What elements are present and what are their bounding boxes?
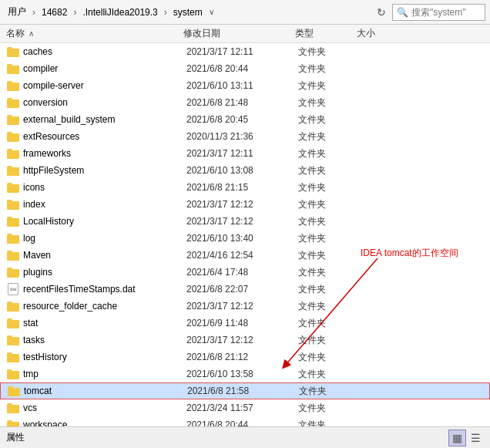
folder-icon bbox=[6, 181, 20, 194]
file-date: 2021/6/9 11:48 bbox=[186, 318, 298, 328]
file-name: recentFilesTimeStamps.dat bbox=[23, 284, 186, 295]
folder-icon bbox=[6, 147, 20, 160]
breadcrumb-system[interactable]: system bbox=[170, 5, 206, 19]
file-date: 2021/3/17 12:11 bbox=[186, 46, 298, 57]
file-date: 2020/11/3 21:36 bbox=[186, 131, 298, 142]
file-date: 2021/6/10 13:11 bbox=[186, 80, 298, 91]
file-type: 文件夹 bbox=[298, 96, 360, 109]
table-row[interactable]: conversion2021/6/8 21:48文件夹 bbox=[0, 94, 490, 111]
folder-icon bbox=[6, 266, 20, 278]
file-date: 2021/3/17 12:11 bbox=[186, 148, 298, 159]
file-date: 2021/6/8 20:45 bbox=[186, 114, 298, 125]
table-row[interactable]: Maven2021/4/16 12:54文件夹 bbox=[0, 247, 490, 264]
folder-icon bbox=[6, 79, 20, 92]
file-name: extResources bbox=[23, 131, 186, 142]
file-date: 2021/6/10 13:58 bbox=[186, 369, 298, 379]
table-row[interactable]: log2021/6/10 13:40文件夹 bbox=[0, 230, 490, 247]
file-type: 文件夹 bbox=[298, 402, 360, 415]
table-row[interactable]: compile-server2021/6/10 13:11文件夹 bbox=[0, 77, 490, 94]
file-date: 2021/6/8 21:12 bbox=[186, 352, 298, 362]
file-name: vcs bbox=[23, 403, 186, 413]
file-type: 文件夹 bbox=[298, 130, 360, 143]
folder-icon bbox=[6, 215, 20, 227]
file-date: 2021/6/8 21:58 bbox=[187, 386, 299, 396]
table-row[interactable]: extResources2020/11/3 21:36文件夹 bbox=[0, 128, 490, 145]
file-date: 2021/6/10 13:08 bbox=[186, 165, 298, 176]
table-row[interactable]: external_build_system2021/6/8 20:45文件夹 bbox=[0, 111, 490, 128]
table-row[interactable]: compiler2021/6/8 20:44文件夹 bbox=[0, 60, 490, 77]
folder-icon bbox=[6, 249, 20, 261]
file-date: 2021/6/10 13:40 bbox=[186, 233, 298, 244]
status-text: 属性 bbox=[6, 431, 25, 444]
file-type: 文件夹 bbox=[298, 351, 360, 364]
file-type: 文件夹 bbox=[298, 215, 360, 228]
table-row[interactable]: datrecentFilesTimeStamps.dat2021/6/8 22:… bbox=[0, 281, 490, 298]
breadcrumb-user[interactable]: 用户 bbox=[5, 4, 29, 20]
file-type: 文件夹 bbox=[298, 334, 360, 347]
table-row[interactable]: vcs2021/3/24 11:57文件夹 bbox=[0, 399, 490, 416]
file-type: 文件夹 bbox=[298, 283, 360, 296]
table-row[interactable]: tomcat2021/6/8 21:58文件夹 bbox=[0, 382, 490, 399]
table-row[interactable]: caches2021/3/17 12:11文件夹 bbox=[0, 43, 490, 60]
file-name: log bbox=[23, 233, 186, 244]
address-bar: 用户 › 14682 › .IntelliJIdea2019.3 › syste… bbox=[0, 0, 490, 25]
breadcrumb-id[interactable]: 14682 bbox=[39, 5, 70, 19]
col-header-date[interactable]: 修改日期 bbox=[183, 27, 295, 40]
file-name: frameworks bbox=[23, 148, 186, 159]
table-row[interactable]: stat2021/6/9 11:48文件夹 bbox=[0, 315, 490, 332]
file-date: 2021/6/8 21:15 bbox=[186, 182, 298, 193]
file-name: compiler bbox=[23, 63, 186, 74]
col-header-name[interactable]: 名称 ∧ bbox=[6, 27, 183, 40]
file-date: 2021/4/16 12:54 bbox=[186, 250, 298, 261]
folder-icon bbox=[6, 113, 20, 126]
table-row[interactable]: resource_folder_cache2021/3/17 12:12文件夹 bbox=[0, 298, 490, 315]
file-date: 2021/3/17 12:12 bbox=[186, 216, 298, 227]
table-row[interactable]: index2021/3/17 12:12文件夹 bbox=[0, 196, 490, 213]
folder-icon bbox=[6, 402, 20, 414]
file-name: conversion bbox=[23, 97, 186, 108]
file-list: caches2021/3/17 12:11文件夹compiler2021/6/8… bbox=[0, 43, 490, 426]
dropdown-arrow[interactable]: ∨ bbox=[209, 8, 214, 16]
file-type: 文件夹 bbox=[298, 300, 360, 313]
refresh-button[interactable]: ↻ bbox=[375, 5, 388, 20]
table-row[interactable]: tasks2021/3/17 12:12文件夹 bbox=[0, 332, 490, 349]
view-list-button[interactable]: ☰ bbox=[468, 429, 484, 446]
view-grid-button[interactable]: ▦ bbox=[448, 429, 466, 446]
breadcrumb-intellij[interactable]: .IntelliJIdea2019.3 bbox=[79, 5, 160, 19]
file-date: 2021/6/4 17:48 bbox=[186, 267, 298, 278]
file-type: 文件夹 bbox=[298, 249, 360, 262]
col-header-size[interactable]: 大小 bbox=[357, 27, 403, 40]
file-type: 文件夹 bbox=[299, 385, 361, 398]
col-header-type[interactable]: 类型 bbox=[295, 27, 357, 40]
folder-icon bbox=[6, 368, 20, 380]
table-row[interactable]: workspace2021/6/8 20:44文件夹 bbox=[0, 416, 490, 426]
file-name: tomcat bbox=[24, 386, 187, 396]
folder-icon bbox=[6, 96, 20, 109]
file-name: tmp bbox=[23, 369, 186, 379]
table-row[interactable]: httpFileSystem2021/6/10 13:08文件夹 bbox=[0, 162, 490, 179]
table-row[interactable]: LocalHistory2021/3/17 12:12文件夹 bbox=[0, 213, 490, 230]
file-name: external_build_system bbox=[23, 114, 186, 125]
file-name: index bbox=[23, 199, 186, 210]
file-type: 文件夹 bbox=[298, 266, 360, 279]
table-row[interactable]: tmp2021/6/10 13:58文件夹 bbox=[0, 365, 490, 382]
folder-icon bbox=[6, 419, 20, 426]
file-type: 文件夹 bbox=[298, 181, 360, 194]
file-date: 2021/3/17 12:12 bbox=[186, 335, 298, 345]
file-icon-dat: dat bbox=[6, 283, 20, 295]
file-type: 文件夹 bbox=[298, 419, 360, 427]
sort-arrow-name: ∧ bbox=[29, 29, 34, 38]
table-row[interactable]: testHistory2021/6/8 21:12文件夹 bbox=[0, 349, 490, 365]
file-name: compile-server bbox=[23, 80, 186, 91]
table-row[interactable]: icons2021/6/8 21:15文件夹 bbox=[0, 179, 490, 196]
table-row[interactable]: plugins2021/6/4 17:48文件夹 bbox=[0, 264, 490, 281]
table-row[interactable]: frameworks2021/3/17 12:11文件夹 bbox=[0, 145, 490, 162]
search-input[interactable] bbox=[411, 7, 481, 18]
file-name: httpFileSystem bbox=[23, 165, 186, 176]
status-icons: ▦ ☰ bbox=[448, 429, 484, 446]
sep1: › bbox=[32, 7, 35, 18]
file-type: 文件夹 bbox=[298, 62, 360, 76]
file-type: 文件夹 bbox=[298, 147, 360, 160]
toolbar-right: ↻ 🔍 bbox=[375, 4, 485, 21]
file-name: plugins bbox=[23, 267, 186, 278]
